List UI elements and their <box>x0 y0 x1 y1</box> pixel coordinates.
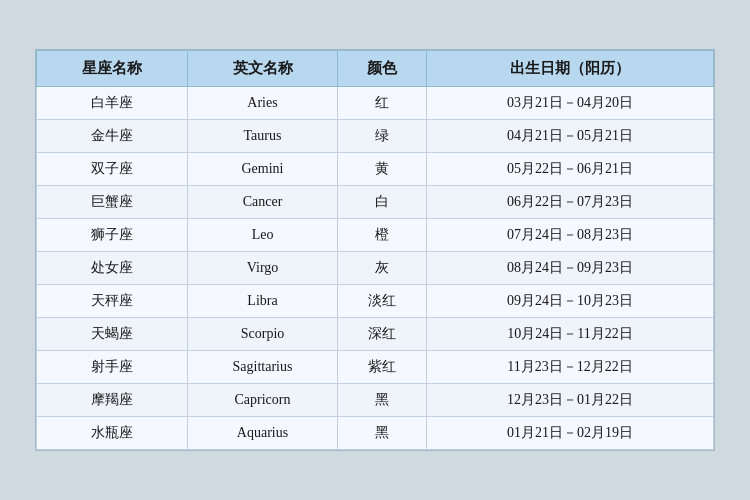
cell-chinese-name: 天蝎座 <box>37 318 188 351</box>
cell-dates: 01月21日－02月19日 <box>427 417 714 450</box>
table-row: 天秤座Libra淡红09月24日－10月23日 <box>37 285 714 318</box>
header-english-name: 英文名称 <box>187 51 338 87</box>
cell-chinese-name: 天秤座 <box>37 285 188 318</box>
cell-chinese-name: 白羊座 <box>37 87 188 120</box>
zodiac-table: 星座名称 英文名称 颜色 出生日期（阳历） 白羊座Aries红03月21日－04… <box>36 50 714 450</box>
table-row: 摩羯座Capricorn黑12月23日－01月22日 <box>37 384 714 417</box>
cell-dates: 09月24日－10月23日 <box>427 285 714 318</box>
cell-color: 黑 <box>338 417 427 450</box>
table-row: 金牛座Taurus绿04月21日－05月21日 <box>37 120 714 153</box>
cell-dates: 12月23日－01月22日 <box>427 384 714 417</box>
cell-color: 白 <box>338 186 427 219</box>
cell-color: 黑 <box>338 384 427 417</box>
cell-english-name: Sagittarius <box>187 351 338 384</box>
cell-color: 灰 <box>338 252 427 285</box>
table-row: 双子座Gemini黄05月22日－06月21日 <box>37 153 714 186</box>
cell-color: 绿 <box>338 120 427 153</box>
cell-dates: 07月24日－08月23日 <box>427 219 714 252</box>
cell-color: 淡红 <box>338 285 427 318</box>
header-dates: 出生日期（阳历） <box>427 51 714 87</box>
cell-chinese-name: 水瓶座 <box>37 417 188 450</box>
zodiac-table-container: 星座名称 英文名称 颜色 出生日期（阳历） 白羊座Aries红03月21日－04… <box>35 49 715 451</box>
table-row: 巨蟹座Cancer白06月22日－07月23日 <box>37 186 714 219</box>
cell-english-name: Taurus <box>187 120 338 153</box>
cell-color: 深红 <box>338 318 427 351</box>
cell-dates: 11月23日－12月22日 <box>427 351 714 384</box>
table-row: 处女座Virgo灰08月24日－09月23日 <box>37 252 714 285</box>
cell-dates: 04月21日－05月21日 <box>427 120 714 153</box>
cell-dates: 06月22日－07月23日 <box>427 186 714 219</box>
table-row: 水瓶座Aquarius黑01月21日－02月19日 <box>37 417 714 450</box>
cell-english-name: Libra <box>187 285 338 318</box>
header-chinese-name: 星座名称 <box>37 51 188 87</box>
table-row: 狮子座Leo橙07月24日－08月23日 <box>37 219 714 252</box>
cell-english-name: Virgo <box>187 252 338 285</box>
table-row: 白羊座Aries红03月21日－04月20日 <box>37 87 714 120</box>
cell-dates: 08月24日－09月23日 <box>427 252 714 285</box>
table-body: 白羊座Aries红03月21日－04月20日金牛座Taurus绿04月21日－0… <box>37 87 714 450</box>
table-row: 射手座Sagittarius紫红11月23日－12月22日 <box>37 351 714 384</box>
cell-dates: 03月21日－04月20日 <box>427 87 714 120</box>
cell-color: 橙 <box>338 219 427 252</box>
cell-english-name: Leo <box>187 219 338 252</box>
cell-english-name: Cancer <box>187 186 338 219</box>
cell-english-name: Capricorn <box>187 384 338 417</box>
cell-color: 黄 <box>338 153 427 186</box>
cell-chinese-name: 狮子座 <box>37 219 188 252</box>
header-color: 颜色 <box>338 51 427 87</box>
cell-chinese-name: 射手座 <box>37 351 188 384</box>
cell-dates: 05月22日－06月21日 <box>427 153 714 186</box>
cell-english-name: Scorpio <box>187 318 338 351</box>
cell-color: 紫红 <box>338 351 427 384</box>
cell-chinese-name: 摩羯座 <box>37 384 188 417</box>
cell-dates: 10月24日－11月22日 <box>427 318 714 351</box>
cell-english-name: Gemini <box>187 153 338 186</box>
table-row: 天蝎座Scorpio深红10月24日－11月22日 <box>37 318 714 351</box>
cell-chinese-name: 处女座 <box>37 252 188 285</box>
cell-color: 红 <box>338 87 427 120</box>
cell-english-name: Aquarius <box>187 417 338 450</box>
cell-chinese-name: 巨蟹座 <box>37 186 188 219</box>
table-header-row: 星座名称 英文名称 颜色 出生日期（阳历） <box>37 51 714 87</box>
cell-english-name: Aries <box>187 87 338 120</box>
cell-chinese-name: 金牛座 <box>37 120 188 153</box>
cell-chinese-name: 双子座 <box>37 153 188 186</box>
